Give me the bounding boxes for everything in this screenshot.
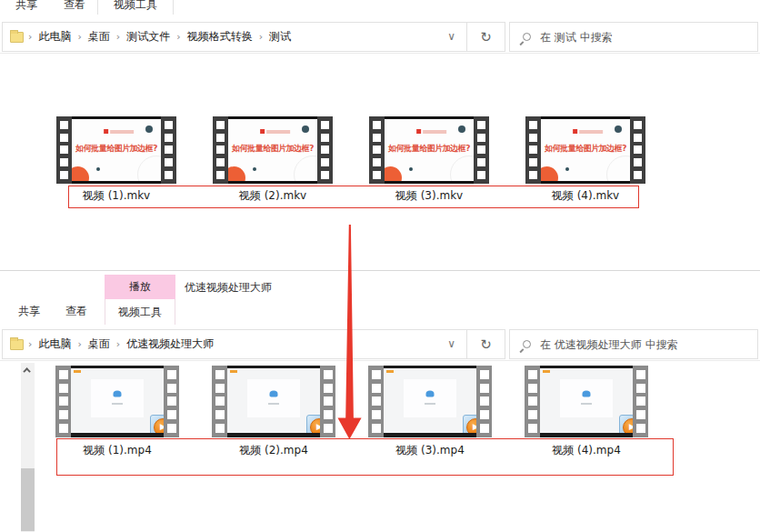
decorative-arc: [450, 156, 474, 184]
breadcrumb-test[interactable]: 测试: [269, 29, 291, 45]
video-thumbnail: ▶: [71, 366, 164, 437]
video-file-mp4-2[interactable]: ▶: [212, 366, 335, 437]
window-boundary: [0, 270, 760, 271]
play-icon: ▶: [160, 423, 164, 431]
filmstrip-left: [369, 116, 385, 184]
breadcrumb-video-convert[interactable]: 视频格式转换: [187, 29, 253, 45]
vertical-scrollbar[interactable]: [21, 363, 35, 532]
filmstrip-right: [474, 116, 489, 184]
decorative-dot: [302, 125, 309, 133]
upload-glyph-icon: [583, 391, 591, 397]
media-player-overlay-icon: ▶: [619, 415, 633, 437]
decorative-dot: [615, 125, 622, 133]
chevron-right-icon: ›: [116, 31, 120, 43]
search-box[interactable]: [509, 22, 758, 52]
filmstrip-right: [630, 116, 645, 184]
filmstrip-left: [56, 116, 72, 184]
breadcrumb-desktop[interactable]: 桌面: [88, 336, 110, 352]
filmstrip-right: [161, 116, 176, 184]
tab-view[interactable]: 查看: [64, 0, 85, 13]
thumbnail-panel: [404, 379, 456, 417]
video-file-mp4-1[interactable]: ▶: [55, 366, 179, 437]
decorative-circle: [541, 166, 558, 184]
breadcrumb-desktop[interactable]: 桌面: [88, 29, 110, 45]
video-file-mkv-2[interactable]: 如何批量给图片加边框?: [213, 116, 333, 184]
decorative-line: [268, 403, 279, 405]
breadcrumb-test-files[interactable]: 测试文件: [126, 29, 170, 45]
tab-share[interactable]: 共享: [15, 0, 37, 13]
decorative-dot: [145, 125, 153, 133]
video-file-mkv-3[interactable]: 如何批量给图片加边框?: [369, 116, 489, 184]
tab-video-tools[interactable]: 视频工具: [105, 299, 175, 325]
refresh-button[interactable]: ↻: [466, 22, 505, 52]
video-thumbnail: 如何批量给图片加边框?: [541, 116, 630, 184]
tab-share[interactable]: 共享: [18, 304, 40, 319]
chevron-down-icon[interactable]: ∨: [447, 337, 455, 350]
annotation-box-mp4-names: [56, 438, 674, 476]
refresh-button[interactable]: ↻: [466, 329, 505, 359]
tab-video-tools[interactable]: 视频工具: [114, 0, 157, 13]
thumbnail-title: 如何批量给图片加边框?: [385, 143, 474, 155]
upload-glyph-icon: [426, 391, 435, 397]
video-thumbnail: 如何批量给图片加边框?: [72, 116, 161, 184]
decorative-dot: [458, 125, 465, 133]
video-file-mkv-4[interactable]: 如何批量给图片加边框?: [525, 116, 645, 184]
refresh-icon: ↻: [480, 336, 492, 353]
scroll-up-button[interactable]: [21, 363, 35, 377]
video-file-mp4-4[interactable]: ▶: [525, 366, 648, 437]
thumbnail-logo: [416, 129, 446, 134]
decorative-line: [425, 403, 435, 405]
chevron-down-icon[interactable]: ∨: [447, 30, 455, 43]
decorative-arc: [294, 156, 317, 184]
video-thumbnail: ▶: [540, 366, 633, 437]
thumbnail-title: 如何批量给图片加边框?: [72, 143, 161, 155]
upload-glyph-icon: [270, 391, 278, 397]
tab-view[interactable]: 查看: [65, 304, 87, 319]
decorative-dot: [409, 167, 413, 171]
search-icon: [523, 33, 531, 41]
breadcrumb-this-pc[interactable]: 此电脑: [38, 336, 71, 352]
top-ribbon-menubar: 共享 查看 视频工具: [0, 0, 760, 15]
refresh-icon: ↻: [480, 29, 492, 45]
decorative-circle: [228, 166, 245, 184]
video-file-mkv-1[interactable]: 如何批量给图片加边框?: [56, 116, 176, 184]
decorative-mark: [386, 370, 394, 373]
upload-glyph-icon: [114, 391, 122, 397]
thumbnail-panel: [247, 379, 300, 417]
decorative-dot: [253, 167, 256, 171]
video-thumbnail: ▶: [227, 366, 320, 437]
folder-icon: [10, 32, 24, 43]
decorative-dot: [96, 167, 100, 171]
tab-play[interactable]: 播放: [105, 275, 175, 299]
thumbnail-panel: [91, 379, 144, 417]
scrollbar-thumb[interactable]: [21, 468, 35, 531]
decorative-circle: [72, 166, 89, 184]
search-box[interactable]: [509, 329, 758, 359]
media-player-overlay-icon: ▶: [150, 415, 164, 437]
search-input[interactable]: [540, 338, 740, 351]
menu-divider: [97, 0, 98, 15]
chevron-right-icon: ›: [28, 31, 32, 43]
thumbnail-logo: [573, 129, 603, 134]
chevron-up-icon: [23, 367, 30, 375]
decorative-line: [112, 403, 123, 405]
breadcrumb-this-pc[interactable]: 此电脑: [38, 29, 71, 45]
thumbnail-panel: [560, 379, 613, 417]
decorative-line: [581, 403, 592, 405]
filmstrip-left: [213, 116, 228, 184]
video-thumbnail: 如何批量给图片加边框?: [385, 116, 474, 184]
address-bar[interactable]: › 此电脑 › 桌面 › 优速视频处理大师 ∨: [2, 329, 467, 359]
thumbnail-logo: [104, 129, 134, 134]
screen: 共享 查看 视频工具 › 此电脑 › 桌面 › 测试文件 › 视频格式转换 › …: [0, 0, 760, 532]
play-icon: ▶: [473, 423, 476, 431]
video-thumbnail: ▶: [384, 366, 476, 437]
search-input[interactable]: [540, 31, 740, 44]
filmstrip-left: [525, 366, 540, 437]
play-icon: ▶: [629, 423, 633, 431]
breadcrumb-app-folder[interactable]: 优速视频处理大师: [126, 336, 214, 352]
decorative-dot: [565, 167, 569, 171]
video-file-mp4-3[interactable]: ▶: [368, 366, 492, 437]
address-bar[interactable]: › 此电脑 › 桌面 › 测试文件 › 视频格式转换 › 测试 ∨: [2, 22, 467, 52]
filmstrip-left: [368, 366, 384, 437]
filmstrip-left: [55, 366, 71, 437]
